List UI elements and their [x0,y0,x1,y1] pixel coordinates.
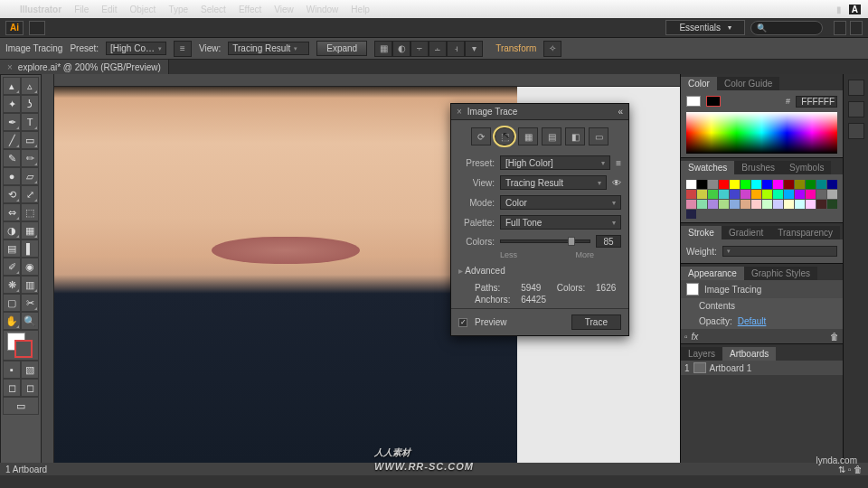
trace-colors-slider[interactable] [500,239,590,243]
swatch[interactable] [741,200,750,209]
dock-icon[interactable] [848,80,864,96]
menu-window[interactable]: Window [307,5,339,14]
slice-tool[interactable]: ✂ [21,294,39,312]
opacity-icon[interactable]: ▦ [374,41,392,57]
align-center-icon[interactable]: ⫠ [429,41,447,57]
tab-transparency[interactable]: Transparency [770,226,840,239]
tab-brushes[interactable]: Brushes [734,161,782,174]
swatch[interactable] [686,190,696,199]
swatch[interactable] [686,180,696,189]
preset-menu-icon[interactable]: ≡ [174,41,192,57]
view-eye-icon[interactable]: 👁 [612,178,621,188]
trace-colors-value[interactable]: 85 [596,235,621,248]
swatch[interactable] [773,200,783,209]
blob-brush-tool[interactable]: ● [3,167,21,185]
direct-selection-tool[interactable]: ▵ [21,77,39,95]
isolate-icon[interactable]: ✧ [543,41,561,57]
menu-type[interactable]: Type [168,5,188,14]
swatch[interactable] [762,200,772,209]
swatch[interactable] [741,190,750,199]
swatch[interactable] [751,200,761,209]
app-menu[interactable]: Illustrator [20,5,61,14]
swatch[interactable] [773,190,783,199]
workspace-switcher[interactable]: Essentials [665,20,745,35]
app-icon[interactable]: Ai [5,21,24,35]
swatch[interactable] [784,200,794,209]
swatch[interactable] [697,190,707,199]
align-right-icon[interactable]: ⫞ [447,41,465,57]
menu-file[interactable]: File [74,5,89,14]
swatch[interactable] [784,180,794,189]
graph-tool[interactable]: ▥ [21,276,39,294]
tab-layers[interactable]: Layers [681,347,722,361]
magic-wand-tool[interactable]: ✦ [3,95,21,113]
mesh-tool[interactable]: ▤ [3,239,21,258]
panel-collapse-icon[interactable]: « [618,107,623,117]
hex-field[interactable]: FFFFFF [796,96,837,108]
image-trace-titlebar[interactable]: ×Image Trace« [451,104,628,120]
tab-gradient[interactable]: Gradient [722,226,770,239]
menu-view[interactable]: View [274,5,294,14]
hand-tool[interactable]: ✋ [3,312,21,330]
screen-mode-icon[interactable]: ▭ [3,397,39,415]
trace-mode-combo[interactable]: Color [500,195,621,210]
line-tool[interactable]: ╱ [3,131,21,149]
swatch[interactable] [784,190,794,199]
swatch[interactable] [816,180,826,189]
swatch[interactable] [686,210,696,219]
zoom-tool[interactable]: 🔍 [21,312,39,330]
pen-tool[interactable]: ✒ [3,113,21,131]
swatch-grid[interactable] [686,180,837,219]
align-more-icon[interactable]: ▾ [465,41,483,57]
swatch[interactable] [806,180,816,189]
tab-close-icon[interactable]: × [7,62,13,72]
appearance-opacity-row[interactable]: Opacity:Default [681,314,843,329]
stroke-swatch[interactable] [706,96,721,107]
fill-swatch[interactable] [686,96,701,107]
type-tool[interactable]: T [21,113,39,131]
swatch[interactable] [806,200,816,209]
preset-low-color-icon[interactable]: ▦ [518,127,538,145]
swatch[interactable] [708,180,718,189]
swatch[interactable] [795,190,805,199]
appearance-new-icon[interactable]: ▫ [684,332,688,342]
swatch[interactable] [697,180,707,189]
swatch[interactable] [751,190,761,199]
gradient-mode-icon[interactable]: ▧ [21,361,39,379]
swatch[interactable] [730,180,740,189]
menu-object[interactable]: Object [129,5,156,14]
rotate-tool[interactable]: ⟲ [3,185,21,203]
swatch[interactable] [708,190,718,199]
shape-builder-tool[interactable]: ◑ [3,221,21,239]
preset-bw-icon[interactable]: ◧ [565,127,585,145]
tab-color-guide[interactable]: Color Guide [717,77,779,90]
eraser-tool[interactable]: ▱ [21,167,39,185]
preview-checkbox[interactable]: ✓ [458,318,467,327]
appearance-trash-icon[interactable]: 🗑 [830,332,839,342]
tab-appearance[interactable]: Appearance [681,267,744,280]
symbol-sprayer-tool[interactable]: ❋ [3,276,21,294]
placed-image[interactable] [54,87,517,463]
transform-link[interactable]: Transform [495,43,536,53]
swatch[interactable] [719,180,729,189]
tab-color[interactable]: Color [681,77,717,90]
swatch[interactable] [719,200,729,209]
cloud-icon[interactable] [850,21,863,35]
ruler-horizontal[interactable] [54,74,680,87]
gradient-tool[interactable]: ▌ [21,239,39,258]
menu-effect[interactable]: Effect [239,5,261,14]
weight-combo[interactable] [722,246,837,257]
fill-stroke-swatch[interactable] [3,330,39,361]
trace-palette-combo[interactable]: Full Tone [500,215,621,230]
trace-preset-combo[interactable]: [High Color] [500,155,610,170]
tab-stroke[interactable]: Stroke [681,226,722,239]
perspective-tool[interactable]: ▦ [21,221,39,239]
menu-edit[interactable]: Edit [101,5,117,14]
preset-grayscale-icon[interactable]: ▤ [542,127,561,145]
swatch[interactable] [697,200,707,209]
width-tool[interactable]: ⇔ [3,203,21,221]
color-spectrum[interactable] [686,112,837,154]
selection-tool[interactable]: ▴ [3,77,21,95]
ruler-vertical[interactable] [42,74,54,475]
swatch[interactable] [708,200,718,209]
